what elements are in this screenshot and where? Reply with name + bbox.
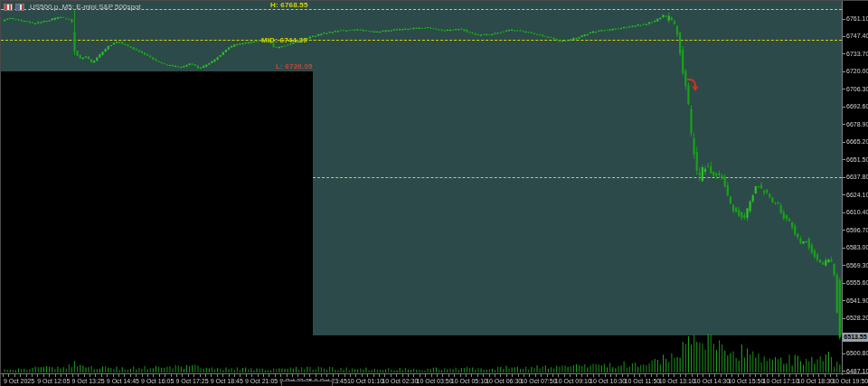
time-tick-label: 10 Oct 09:10 [555,378,591,384]
time-tick-label: 10 Oct 19:50 [832,378,868,384]
price-tick-label: 6720.00 [846,68,868,74]
price-tick-label: 6528.20 [846,315,868,321]
price-axis[interactable]: 6761.106747.406733.706720.006706.306692.… [842,1,868,375]
price-tick [843,318,845,319]
time-tick-label: 10 Oct 17:10 [763,378,799,384]
price-tick-label: 6637.80 [846,174,868,180]
price-tick [843,36,845,37]
time-axis[interactable]: 9 Oct 20259 Oct 12:059 Oct 13:259 Oct 14… [1,373,868,386]
chart-titlebar: US500.p, M5: E-mini S&P 500spot [4,3,141,11]
price-tick [843,283,845,284]
time-tick-label: 9 Oct 18:45 [211,378,243,384]
price-tick-label: 6651.50 [846,156,868,163]
price-tick [843,371,845,372]
candlestick-chart-canvas[interactable] [1,1,868,386]
time-tick-label: 10 Oct 15:50 [728,378,764,384]
price-tick [843,19,845,20]
time-tick-label: 10 Oct 18:30 [797,378,834,384]
price-tick [843,89,845,89]
time-tick-label: 10 Oct 13:10 [659,378,695,384]
price-tick-label: 6610.40 [846,209,868,215]
price-tick-label: 6761.10 [846,15,868,22]
price-tick [843,265,845,266]
time-tick-label: 10 Oct 14:30 [693,378,730,384]
high-level-label: H: 6768.55 [270,1,308,9]
time-tick-label: 10 Oct 02:30 [382,378,418,384]
mid-level-label: MID: 6744.30 [261,36,307,44]
price-tick [843,159,845,160]
price-tick-label: 6692.60 [846,103,868,109]
low-level-label: L: 6720.05 [276,62,313,71]
time-tick-label: 9 Oct 12:05 [37,378,70,384]
price-tick [843,107,845,108]
time-tick-label: 10 Oct 07:50 [520,378,556,384]
time-axis-ticks [3,374,842,377]
price-tick-label: 6541.90 [846,297,868,304]
time-tick-label: 9 Oct 14:45 [107,378,139,384]
flag-icon [15,4,24,11]
price-tick [843,71,845,72]
time-tick-label: 9 Oct 21:05 [245,378,278,384]
price-tick [843,194,845,195]
price-tick [843,248,845,249]
trading-chart-window: US500.p, M5: E-mini S&P 500spot H: 6768.… [0,0,868,386]
chart-icon [4,4,13,11]
price-tick-label: 6706.30 [846,86,868,92]
price-tick [843,124,845,125]
price-tick-label: 6665.20 [846,138,868,145]
time-tick-label: 9 Oct 2025 [4,378,34,384]
price-tick [843,300,845,301]
time-tick-label: 9 Oct 16:05 [141,378,174,384]
price-tick [843,53,845,54]
time-tick-label: 10 Oct 11:50 [625,378,661,384]
time-tick-label: 9 Oct 17:25 [175,378,208,384]
price-tick-label: 6678.90 [846,121,868,127]
time-tick-label: 10 Oct 05:10 [451,378,487,384]
sell-arrow-marker [685,77,700,97]
price-tick [843,353,845,354]
time-tick-label: 10 Oct 01:10 [347,378,383,384]
time-tick-label: 10 Oct 06:30 [486,378,522,384]
current-price-badge: 6513.55 [843,333,868,342]
price-tick [843,142,845,143]
price-tick-label: 6569.30 [846,262,868,268]
price-tick-label: 6747.40 [846,33,868,39]
price-tick-label: 6500.80 [846,350,868,356]
time-tick-label: 10 Oct 03:50 [417,378,453,384]
price-tick-label: 6624.10 [846,192,868,198]
hscroll-thumb[interactable] [281,381,333,386]
time-tick-label: 10 Oct 10:30 [590,378,626,384]
window-title: US500.p, M5: E-mini S&P 500spot [30,3,141,11]
price-tick [843,212,845,213]
price-tick-label: 6583.00 [846,244,868,250]
price-tick-label: 6596.70 [846,227,868,233]
price-tick [843,177,845,178]
time-tick-label: 9 Oct 13:25 [71,378,104,384]
price-tick [843,230,845,231]
price-tick-label: 6555.60 [846,279,868,286]
price-tick-label: 6733.70 [846,51,868,57]
